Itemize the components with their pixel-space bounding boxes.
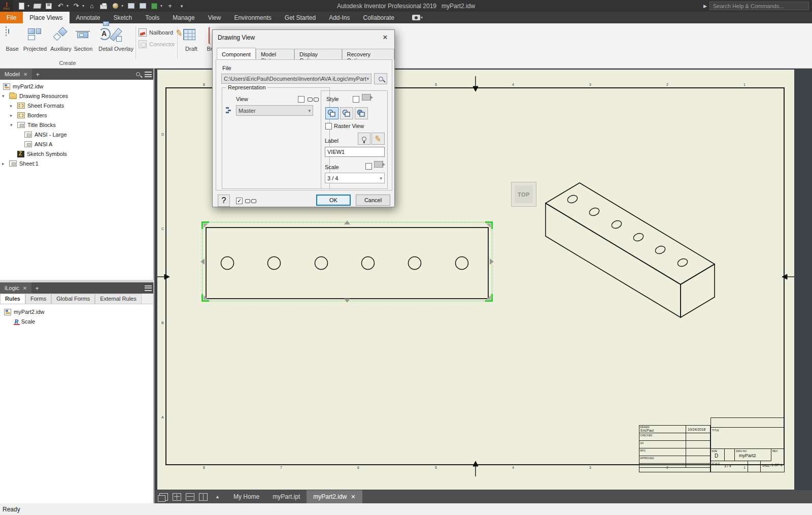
tree-item-rule-scale[interactable]: RScale (14, 317, 35, 326)
tree-item-sheet1[interactable]: ▸Sheet:1 (2, 159, 39, 168)
print-icon[interactable] (99, 2, 108, 10)
save-icon[interactable] (45, 2, 53, 10)
raster-view-checkbox[interactable] (325, 123, 332, 130)
material-dropdown-icon[interactable]: ▾ (160, 4, 162, 8)
tree-item-ansi-a[interactable]: ANSI A (24, 140, 52, 149)
resize-grip-top[interactable] (344, 220, 350, 224)
file-path-combo[interactable]: C:\Users\EricPaul\Documents\Inventor\AVA… (221, 74, 371, 84)
tab-add-ins[interactable]: Add-Ins (322, 12, 356, 23)
model-panel-tab[interactable]: Model✕ (0, 69, 32, 80)
tree-item-ilogic-document[interactable]: myPart2.idw (4, 307, 45, 316)
material-cube-icon[interactable] (150, 2, 158, 10)
resize-grip-bottom[interactable] (344, 299, 350, 303)
base-view-button[interactable]: Base (1, 25, 23, 63)
new-dropdown-icon[interactable]: ▾ (27, 4, 29, 8)
cascade-windows-icon[interactable] (159, 493, 168, 501)
dialog-titlebar[interactable]: Drawing View (213, 30, 394, 45)
view-rep-checkbox[interactable] (298, 96, 304, 103)
redo-dropdown-icon[interactable]: ▾ (82, 4, 84, 8)
tab-global-forms[interactable]: Global Forms (51, 294, 95, 304)
overlay-view-button[interactable]: Overlay (113, 25, 135, 63)
tab-external-rules[interactable]: External Rules (95, 294, 142, 304)
preview-checkbox[interactable]: ✓ (236, 198, 243, 204)
viewcube[interactable]: TOP (511, 182, 536, 207)
panel-menu-icon[interactable] (143, 69, 153, 79)
collapse-docbar-icon[interactable]: ▲ (215, 494, 220, 499)
tab-sketch[interactable]: Sketch (107, 12, 139, 23)
connector-button[interactable]: Connector (139, 40, 175, 48)
nailboard-button[interactable]: Nailboard (139, 28, 173, 37)
split-horizontal-icon[interactable] (186, 493, 194, 501)
tab-forms[interactable]: Forms (25, 294, 51, 304)
expand-arrow-icon[interactable]: ▸ (10, 113, 15, 118)
appearance-dropdown-icon[interactable]: ▾ (121, 4, 123, 8)
style-hidden-line-removed-button[interactable] (340, 107, 353, 119)
tree-item-title-blocks[interactable]: ▾Title Blocks (10, 120, 56, 130)
camera-menu-button[interactable]: ▾ (408, 12, 427, 23)
open-icon[interactable] (33, 2, 41, 10)
appearance-sphere-icon[interactable] (111, 2, 119, 10)
tab-manage[interactable]: Manage (166, 12, 201, 23)
panel-menu-icon[interactable] (143, 283, 153, 293)
label-visibility-button[interactable] (358, 133, 370, 145)
image-icon[interactable] (127, 2, 135, 10)
auxiliary-view-button[interactable]: Auxiliary (49, 25, 73, 63)
close-doc-icon[interactable]: ✕ (351, 494, 355, 500)
scale-checkbox[interactable] (365, 163, 372, 170)
view-representation-dropdown[interactable]: Master▾ (236, 105, 313, 116)
search-expand-icon[interactable]: ▶ (703, 4, 707, 9)
tree-item-ansi-large[interactable]: ANSI - Large (24, 130, 67, 139)
tile-windows-icon[interactable] (173, 493, 181, 501)
tab-rules[interactable]: Rules (0, 294, 25, 304)
tab-annotate[interactable]: Annotate (70, 12, 107, 23)
split-vertical-icon[interactable] (199, 493, 208, 501)
undo-icon[interactable]: ↶ (56, 2, 64, 10)
resize-grip-right[interactable] (490, 259, 494, 265)
resize-grip-corner[interactable] (486, 295, 491, 300)
redo-icon[interactable]: ↷ (72, 2, 80, 10)
add-panel-tab-button[interactable]: + (31, 282, 43, 294)
tab-place-views[interactable]: Place Views (23, 12, 69, 23)
add-panel-tab-button[interactable]: + (32, 69, 43, 80)
dialog-close-button[interactable]: ✕ (377, 30, 394, 44)
help-button[interactable]: ? (218, 195, 230, 207)
dialog-tab-model-state[interactable]: Model State (256, 49, 294, 60)
tab-collaborate[interactable]: Collaborate (357, 12, 401, 23)
collapse-arrow-icon[interactable]: ▾ (10, 122, 15, 127)
doc-tab-mypart-ipt[interactable]: myPart.ipt (266, 490, 307, 503)
style-checkbox[interactable] (353, 96, 359, 103)
viewcube-top-face[interactable]: TOP (515, 185, 533, 203)
resize-grip-corner[interactable] (204, 223, 208, 228)
tree-item-sheet-formats[interactable]: ▸Sheet Formats (10, 101, 64, 110)
inventor-logo-icon[interactable]: IPRO (0, 0, 13, 12)
tree-item-borders[interactable]: ▸Borders (10, 111, 47, 120)
expand-arrow-icon[interactable]: ▸ (10, 103, 15, 108)
tree-item-sketch-symbols[interactable]: Sketch Symbols (17, 149, 67, 158)
dialog-tab-recovery-options[interactable]: Recovery Options (342, 49, 395, 60)
resize-grip-corner[interactable] (204, 295, 208, 300)
style-shaded-button[interactable] (355, 107, 368, 119)
close-icon[interactable]: ✕ (23, 285, 27, 291)
cancel-button[interactable]: Cancel (356, 195, 390, 206)
iso-view[interactable] (546, 183, 715, 317)
dialog-tab-display-options[interactable]: Display Options (294, 49, 342, 60)
image-2-icon[interactable] (139, 2, 147, 10)
ilogic-panel-tab[interactable]: iLogic✕ (0, 282, 31, 294)
dialog-tab-component[interactable]: Component (217, 48, 256, 59)
label-edit-button[interactable]: ✎ (371, 133, 385, 145)
tab-environments[interactable]: Environments (227, 12, 278, 23)
tab-file[interactable]: File (0, 12, 23, 23)
tab-view[interactable]: View (201, 12, 228, 23)
scale-dropdown[interactable]: 3 / 4▾ (325, 173, 385, 183)
undo-dropdown-icon[interactable]: ▾ (66, 4, 69, 8)
draft-button[interactable]: ✎ Draft (180, 25, 202, 63)
tab-tools[interactable]: Tools (139, 12, 166, 23)
search-icon[interactable] (133, 69, 143, 79)
browse-file-button[interactable] (374, 73, 387, 84)
home-icon[interactable]: ⌂ (88, 2, 96, 10)
view-label-input[interactable] (325, 147, 385, 157)
tree-item-drawing-resources[interactable]: ▾Drawing Resources (2, 91, 68, 101)
style-hidden-line-button[interactable] (325, 107, 339, 119)
resize-grip-corner[interactable] (486, 223, 491, 228)
doc-tab-mypart2-idw[interactable]: myPart2.idw ✕ (307, 490, 362, 503)
